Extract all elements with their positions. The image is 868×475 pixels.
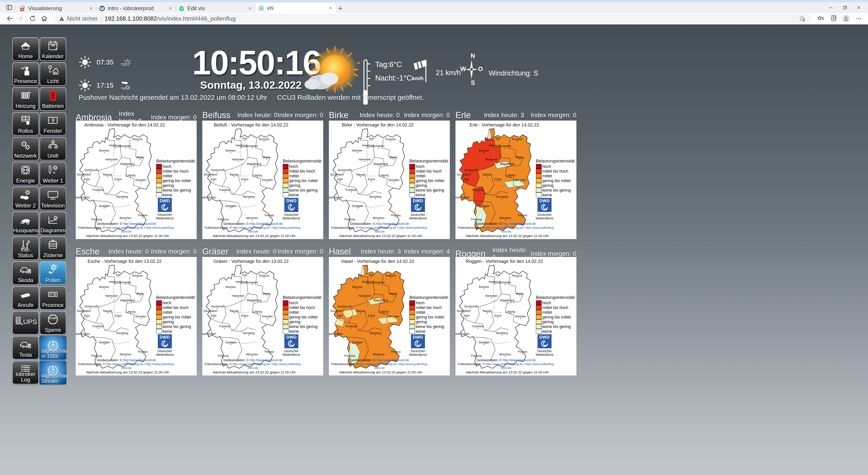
legend-swatch <box>156 178 162 183</box>
sidebar-tile-unifi[interactable]: Unifi <box>39 137 66 160</box>
dwd-abbr: DWD <box>411 198 425 203</box>
geo-link[interactable]: http://www.bkg.bund.de <box>123 358 156 362</box>
tab-visualisierung[interactable]: 16 Visualisierung <box>17 4 96 13</box>
collections-icon[interactable] <box>828 14 839 23</box>
sidebar-tile-heizung[interactable]: Heizung <box>12 87 39 111</box>
germany-pollen-map: KielRostockHamburgSchwerinBremenBerlinHa… <box>76 126 155 236</box>
legend-swatch <box>156 164 162 169</box>
city-label: Berlin <box>136 156 144 159</box>
city-label: Dresden <box>135 315 146 318</box>
sidebar-tile-wetter-1[interactable]: lxWetter 1 <box>39 162 66 185</box>
sidebar-tile-presence[interactable]: Presence <box>12 62 39 86</box>
sidebar-tile-licht[interactable]: Licht <box>39 62 66 86</box>
pollen-link-1[interactable]: http://www.pollenstiftung.de <box>232 226 270 229</box>
tab-close-icon[interactable] <box>88 6 94 11</box>
geo-link[interactable]: http://www.bkg.bund.de <box>376 222 409 226</box>
sidebar-tile-zisterne[interactable]: Zisterne <box>39 236 66 260</box>
tab-intro-iobrokerprod[interactable]: intro - iobrokerprod <box>96 4 176 13</box>
tab-close-icon[interactable] <box>328 5 333 11</box>
city-label: Magdeburg <box>247 162 261 166</box>
geo-link[interactable]: http://www.bkg.bund.de <box>503 358 536 362</box>
sidebar-tile-diagramm[interactable]: Diagramm <box>39 211 66 235</box>
compass: N W O S <box>460 53 483 86</box>
sidebar-tile-fenster[interactable]: Fenster <box>39 112 66 136</box>
sidebar-tile-netzwerk[interactable]: Netzwerk <box>12 137 39 160</box>
sidebar-tile-tesla[interactable]: Tesla <box>12 336 39 359</box>
window-minimize-button[interactable] <box>824 3 838 12</box>
geo-link[interactable]: http://www.bkg.bund.de <box>376 358 409 362</box>
city-label: Bremen <box>99 149 109 152</box>
legend-swatch <box>283 164 288 169</box>
geo-link[interactable]: http://www.bkg.bund.de <box>503 222 536 226</box>
legend-swatch <box>536 329 541 334</box>
back-button[interactable] <box>4 14 14 23</box>
legend-item: hoch <box>156 164 196 169</box>
geo-link[interactable]: http://www.bkg.bund.de <box>123 222 156 226</box>
germany-pollen-map: KielRostockHamburgSchwerinBremenBerlinHa… <box>76 262 155 372</box>
sidebar-tile-kalender[interactable]: 14Kalender <box>39 37 66 61</box>
legend-item: keine bis gering <box>283 324 322 329</box>
pollen-link-1[interactable]: http://www.pollenstiftung.de <box>486 226 523 229</box>
menu-dots-icon[interactable] <box>854 14 864 23</box>
profile-avatar[interactable] <box>841 14 851 23</box>
pollen-link-1[interactable]: http://www.pollenstiftung.de <box>106 362 143 366</box>
tab-close-icon[interactable] <box>168 6 173 11</box>
sidebar-tile-rollos[interactable]: Rollos <box>12 112 39 136</box>
legend-swatch <box>536 305 541 310</box>
refresh-button[interactable] <box>28 14 37 23</box>
pollen-link-1[interactable]: http://www.pollenstiftung.de <box>359 226 396 229</box>
sidebar-tile-tagesschau-stream[interactable]: 1tagesschau Stream <box>39 361 66 384</box>
legend-label: hoch <box>415 301 425 305</box>
index-today: Index heute: 0 <box>353 112 400 119</box>
window-maximize-button[interactable] <box>838 3 852 12</box>
sidebar-tile-sperre[interactable]: STOPSperre <box>39 311 66 334</box>
sidebar-tile-iobroker-log[interactable]: iobroker Log <box>12 361 39 384</box>
sidebar-tile-tagesschau-in-100s[interactable]: 1tagesschau in 100s <box>39 336 66 359</box>
city-label: Nürnberg <box>496 332 508 335</box>
city-label: Köln <box>84 178 90 181</box>
sidebar-tile-pollen[interactable]: Pollen <box>39 261 66 285</box>
tab-edit-vis[interactable]: Edit vis <box>176 4 255 13</box>
sidebar-tile-energie[interactable]: Energie <box>12 162 39 185</box>
tile-label: Television <box>40 203 65 208</box>
tile-label: Husqvarna <box>13 228 38 233</box>
pushover-message: Pushover Nachricht gesendet am 13.02.202… <box>79 94 424 101</box>
tab-close-icon[interactable] <box>247 6 253 11</box>
legend: Belastungsintensität:hochmittel bis hoch… <box>283 158 322 198</box>
favorites-icon[interactable] <box>815 14 826 23</box>
address-bar[interactable]: Nicht sicher 192.168.1.100:8082 /vis/ind… <box>54 14 810 23</box>
forward-button[interactable] <box>16 14 26 23</box>
pollen-link-1[interactable]: http://www.pollenstiftung.de <box>486 362 523 366</box>
sidebar-tile-proxmox[interactable]: Proxmox <box>39 286 66 310</box>
geo-label: Geobasisdaten: © <box>223 358 249 362</box>
pollen-link-1[interactable]: http://www.pollenstiftung.de <box>359 362 396 366</box>
dwd-logo-box: DWD <box>284 198 298 212</box>
sidebar-tile-anrufe[interactable]: Anrufe <box>12 286 39 310</box>
geo-link[interactable]: http://www.bkg.bund.de <box>250 222 283 226</box>
legend-title: Belastungsintensität: <box>409 158 449 164</box>
sidebar-tile-batterien[interactable]: Batterien <box>39 87 66 111</box>
sidebar-tile-television[interactable]: Television <box>39 187 66 210</box>
sidebar-tile-husqvarna[interactable]: Husqvarna <box>12 211 39 235</box>
sidebar-tile-skoda[interactable]: Skoda <box>12 261 39 285</box>
window-close-button[interactable] <box>852 3 866 12</box>
sidebar-tile-wetter-2[interactable]: Wetter 2 <box>12 187 39 210</box>
pollen-link-1[interactable]: http://www.pollenstiftung.de <box>106 226 143 229</box>
new-tab-button[interactable] <box>336 4 345 13</box>
city-label: Passau <box>138 350 148 353</box>
legend-item: gering <box>536 320 576 324</box>
city-label: Rostock <box>512 138 522 141</box>
sidebar-tile-ups[interactable]: UPS <box>12 311 39 334</box>
city-label: Düsseldorf <box>330 309 344 313</box>
tab-vis-active[interactable]: vis <box>255 3 336 13</box>
city-label: Kassel <box>356 173 365 176</box>
legend-swatch <box>283 178 288 183</box>
sidebar-tile-iob-status[interactable]: IoB-Status <box>12 236 39 260</box>
sidebar-tile-home[interactable]: Home <box>12 37 39 61</box>
home-button[interactable] <box>39 14 49 23</box>
tab-actions-icon[interactable] <box>6 4 13 11</box>
geo-link[interactable]: http://www.bkg.bund.de <box>250 358 283 362</box>
favorite-star-icon[interactable] <box>798 15 806 22</box>
pollen-link-1[interactable]: http://www.pollenstiftung.de <box>232 362 270 366</box>
tile-label: Batterien <box>40 103 65 109</box>
